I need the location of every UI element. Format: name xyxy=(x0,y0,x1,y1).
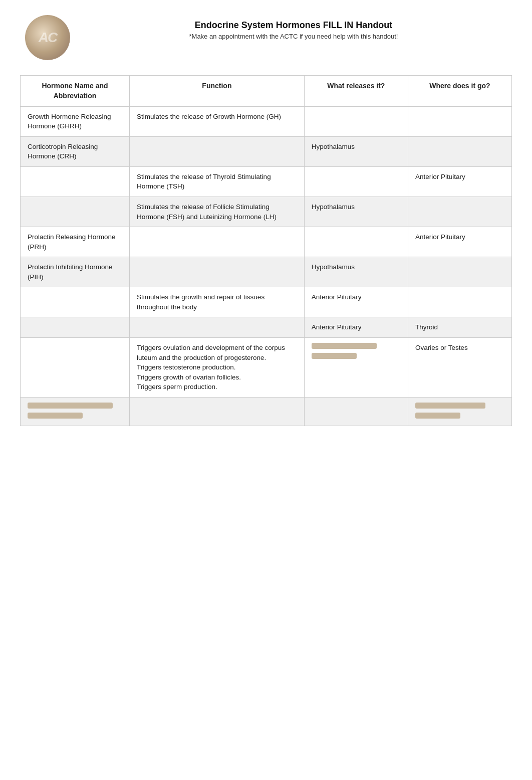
cell-hormone: Corticotropin Releasing Hormone (CRH) xyxy=(21,136,130,166)
cell-where: Anterior Pituitary xyxy=(408,227,511,257)
page-subtitle: *Make an appointment with the ACTC if yo… xyxy=(75,33,512,40)
cell-releases: Hypothalamus xyxy=(304,136,408,166)
cell-hormone: Prolactin Releasing Hormone (PRH) xyxy=(21,227,130,257)
table-row: Growth Hormone Releasing Hormone (GHRH)S… xyxy=(21,106,512,136)
cell-function: Stimulates the growth and repair of tiss… xyxy=(130,287,305,317)
cell-hormone xyxy=(21,317,130,338)
cell-hormone xyxy=(21,166,130,197)
cell-hormone xyxy=(21,287,130,317)
cell-releases: Anterior Pituitary xyxy=(304,287,408,317)
cell-where: Ovaries or Testes xyxy=(408,338,511,398)
cell-where: Thyroid xyxy=(408,317,511,338)
cell-function xyxy=(130,136,305,166)
logo: AC xyxy=(20,15,75,60)
table-row: Triggers ovulation and development of th… xyxy=(21,338,512,398)
table-row: Anterior PituitaryThyroid xyxy=(21,317,512,338)
cell-function xyxy=(130,227,305,257)
cell-function: Stimulates the release of Thyroid Stimul… xyxy=(130,166,305,197)
cell-where xyxy=(408,106,511,136)
cell-where xyxy=(408,257,511,287)
table-row: Stimulates the release of Thyroid Stimul… xyxy=(21,166,512,197)
cell-function xyxy=(130,257,305,287)
table-row: Prolactin Inhibiting Hormone (PIH)Hypoth… xyxy=(21,257,512,287)
cell-releases: Anterior Pituitary xyxy=(304,317,408,338)
cell-where xyxy=(408,197,511,227)
cell-function xyxy=(130,317,305,338)
table-row: Stimulates the release of Follicle Stimu… xyxy=(21,197,512,227)
cell-releases: Hypothalamus xyxy=(304,197,408,227)
cell-hormone xyxy=(21,338,130,398)
cell-function: Triggers ovulation and development of th… xyxy=(130,338,305,398)
cell-hormone xyxy=(21,197,130,227)
col-header-hormone: Hormone Name and Abbreviation xyxy=(21,76,130,107)
cell-function: Stimulates the release of Follicle Stimu… xyxy=(130,197,305,227)
table-row: Prolactin Releasing Hormone (PRH)Anterio… xyxy=(21,227,512,257)
cell-hormone xyxy=(21,397,130,426)
cell-where xyxy=(408,287,511,317)
cell-where: Anterior Pituitary xyxy=(408,166,511,197)
cell-hormone: Prolactin Inhibiting Hormone (PIH) xyxy=(21,257,130,287)
table-row: Corticotropin Releasing Hormone (CRH)Hyp… xyxy=(21,136,512,166)
cell-releases xyxy=(304,166,408,197)
cell-where xyxy=(408,136,511,166)
header: AC Endocrine System Hormones FILL IN Han… xyxy=(20,15,512,60)
cell-releases: Hypothalamus xyxy=(304,257,408,287)
table-header-row: Hormone Name and Abbreviation Function W… xyxy=(21,76,512,107)
col-header-function: Function xyxy=(130,76,305,107)
cell-releases xyxy=(304,338,408,398)
cell-where xyxy=(408,397,511,426)
cell-function xyxy=(130,397,305,426)
col-header-releases: What releases it? xyxy=(304,76,408,107)
page-title: Endocrine System Hormones FILL IN Handou… xyxy=(75,20,512,31)
col-header-where: Where does it go? xyxy=(408,76,511,107)
cell-releases xyxy=(304,397,408,426)
table-row xyxy=(21,397,512,426)
cell-hormone: Growth Hormone Releasing Hormone (GHRH) xyxy=(21,106,130,136)
cell-function: Stimulates the release of Growth Hormone… xyxy=(130,106,305,136)
cell-releases xyxy=(304,227,408,257)
hormones-table: Hormone Name and Abbreviation Function W… xyxy=(20,75,512,426)
table-row: Stimulates the growth and repair of tiss… xyxy=(21,287,512,317)
title-area: Endocrine System Hormones FILL IN Handou… xyxy=(75,15,512,40)
cell-releases xyxy=(304,106,408,136)
